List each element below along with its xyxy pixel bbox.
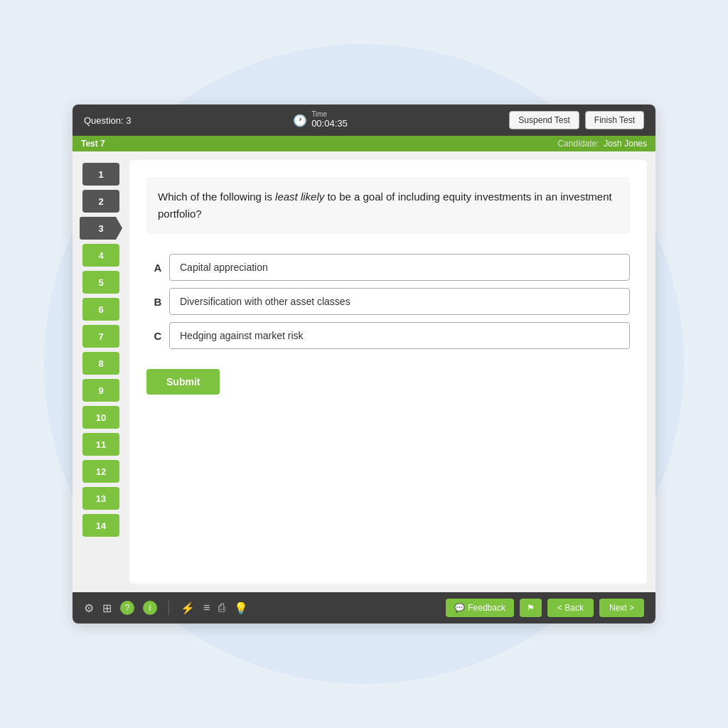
answer-option-a[interactable]: ACapital appreciation	[146, 254, 630, 281]
sidebar-item-10[interactable]: 10	[82, 406, 119, 429]
answer-option-c[interactable]: CHedging against market risk	[146, 322, 630, 349]
info-icon[interactable]: i	[143, 601, 157, 615]
sidebar-item-13[interactable]: 13	[82, 487, 119, 510]
option-text-a[interactable]: Capital appreciation	[169, 254, 630, 281]
sidebar-item-7[interactable]: 7	[82, 325, 119, 348]
candidate-info: Candidate: Josh Jones	[558, 139, 647, 149]
feedback-icon: 💬	[454, 603, 465, 613]
sidebar-item-11[interactable]: 11	[82, 433, 119, 456]
option-letter-b: B	[146, 296, 169, 308]
footer-tools: ⚙ ⊞ ? i ⚡ ≡ ⎙ 💡	[84, 601, 248, 615]
feedback-button[interactable]: 💬 Feedback	[446, 599, 514, 617]
option-letter-c: C	[146, 330, 169, 342]
submit-button[interactable]: Submit	[146, 369, 220, 395]
candidate-label: Candidate:	[558, 139, 599, 149]
finish-test-button[interactable]: Finish Test	[585, 111, 644, 129]
sub-header-bar: Test 7 Candidate: Josh Jones	[73, 136, 655, 151]
sidebar-item-1[interactable]: 1	[82, 163, 119, 186]
timer-label: Time	[311, 111, 327, 118]
sidebar-item-2[interactable]: 2	[82, 190, 119, 213]
question-text-part1: Which of the following is	[158, 191, 275, 203]
suspend-test-button[interactable]: Suspend Test	[509, 111, 579, 129]
clock-icon: 🕐	[293, 114, 307, 127]
app-container: Question: 3 🕐 Time 00:04:35 Suspend Test…	[73, 105, 655, 623]
back-button[interactable]: < Back	[547, 599, 594, 617]
sidebar-item-5[interactable]: 5	[82, 271, 119, 294]
header-bar: Question: 3 🕐 Time 00:04:35 Suspend Test…	[73, 105, 655, 136]
main-content: 1234567891011121314 Which of the followi…	[73, 151, 655, 592]
answer-options: ACapital appreciationBDiversification wi…	[146, 254, 630, 349]
lightbulb-icon[interactable]: 💡	[234, 601, 248, 615]
feedback-label: Feedback	[468, 603, 505, 613]
sidebar-item-8[interactable]: 8	[82, 352, 119, 375]
option-text-b[interactable]: Diversification with other asset classes	[169, 288, 630, 315]
divider	[168, 601, 169, 615]
next-button[interactable]: Next >	[599, 599, 644, 617]
document-icon[interactable]: ≡	[203, 601, 210, 614]
sidebar-item-3[interactable]: 3	[80, 217, 122, 240]
option-text-c[interactable]: Hedging against market risk	[169, 322, 630, 349]
question-panel: Which of the following is least likely t…	[129, 160, 647, 584]
question-number: Question: 3	[84, 115, 132, 126]
test-name: Test 7	[81, 139, 105, 149]
flag-icon: ⚑	[527, 603, 535, 613]
header-actions: Suspend Test Finish Test	[509, 111, 644, 129]
timer-display: Time 00:04:35	[311, 111, 348, 129]
lightning-icon[interactable]: ⚡	[181, 601, 195, 615]
sidebar-item-14[interactable]: 14	[82, 514, 119, 537]
question-text-italic: least likely	[275, 191, 324, 203]
sidebar-item-4[interactable]: 4	[82, 244, 119, 267]
timer-section: 🕐 Time 00:04:35	[293, 111, 348, 129]
question-navigator: 1234567891011121314	[73, 151, 129, 592]
question-text: Which of the following is least likely t…	[146, 177, 630, 234]
export-icon[interactable]: ⎙	[218, 601, 225, 614]
timer-value: 00:04:35	[311, 118, 348, 129]
footer-navigation: 💬 Feedback ⚑ < Back Next >	[446, 599, 644, 617]
flag-button[interactable]: ⚑	[520, 599, 542, 617]
answer-option-b[interactable]: BDiversification with other asset classe…	[146, 288, 630, 315]
gear-icon[interactable]: ⚙	[84, 601, 94, 615]
sidebar-item-9[interactable]: 9	[82, 379, 119, 402]
option-letter-a: A	[146, 262, 169, 274]
sidebar-item-6[interactable]: 6	[82, 298, 119, 321]
footer-bar: ⚙ ⊞ ? i ⚡ ≡ ⎙ 💡 💬 Feedback ⚑ < Back N	[73, 592, 655, 623]
sidebar-item-12[interactable]: 12	[82, 460, 119, 483]
help-icon[interactable]: ?	[120, 601, 134, 615]
candidate-name: Josh Jones	[604, 139, 647, 149]
grid-icon[interactable]: ⊞	[102, 601, 112, 615]
